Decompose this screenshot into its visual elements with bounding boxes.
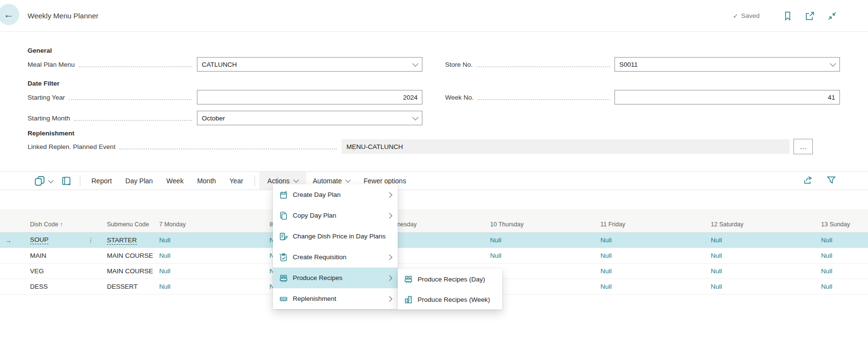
open-in-new-window-icon[interactable] [805,11,815,21]
copy-day-plan-icon [279,211,288,220]
table-row[interactable]: MAIN MAIN COURSE Null Null Null Null Nul… [0,248,868,264]
submenu-code-cell[interactable]: MAIN COURSE [102,267,154,275]
chevron-right-icon [387,254,392,260]
share-icon[interactable] [803,175,813,187]
day-cell-thursday[interactable]: Null [485,237,595,244]
action-bar: Report Day Plan Week Month Year Actions … [0,171,868,190]
day-cell-monday[interactable]: Null [154,283,264,290]
toolbar-divider [254,176,255,186]
menu-item-create-day-plan[interactable]: Create Day Plan [273,184,398,205]
chevron-down-icon [293,177,299,182]
toolbar-divider [80,176,80,186]
menu-item-copy-day-plan[interactable]: Copy Day Plan [273,205,398,226]
chevron-down-icon[interactable] [412,60,419,67]
day-cell-monday[interactable]: Null [154,267,264,275]
bookmark-icon[interactable] [783,11,793,21]
actions-dropdown-menu: Create Day Plan Copy Day Plan Change Dis… [273,184,398,309]
selected-row-arrow-icon: → [0,237,19,244]
day-cell-friday[interactable]: Null [595,252,705,259]
week-no-input[interactable]: 41 [614,90,840,104]
page-header: ← Weekly Menu Planner ✓ Saved [0,0,868,32]
filter-icon[interactable] [826,175,836,187]
dotted-leader [477,66,610,67]
dotted-leader [69,99,192,100]
menu-item-produce-recipes[interactable]: Produce Recipes [273,267,398,288]
day-cell-friday[interactable]: Null [595,267,705,275]
dish-code-cell[interactable]: SOUP [30,236,48,244]
replenishment-icon [279,295,288,303]
column-header-monday[interactable]: 7 Monday [154,221,264,232]
chevron-right-icon [387,192,392,197]
day-cell-sunday[interactable]: Null [816,252,868,259]
submenu-item-produce-recipes-day[interactable]: Produce Recipes (Day) [398,269,502,289]
toolbar-year[interactable]: Year [223,172,250,190]
meal-plan-menu-label: Meal Plan Menu [28,61,75,68]
chevron-down-icon [48,178,53,183]
day-cell-saturday[interactable]: Null [705,283,816,290]
field-meal-plan-menu: Meal Plan Menu CATLUNCH [28,57,422,72]
toolbar-month[interactable]: Month [190,172,223,190]
assist-edit-button[interactable]: … [793,139,813,154]
sort-ascending-icon: ↑ [60,221,63,228]
toolbar-report[interactable]: Report [85,172,119,190]
column-header-submenu-code[interactable]: Submenu Code [102,221,154,232]
day-cell-friday[interactable]: Null [595,237,705,244]
starting-year-label: Starting Year [28,94,65,101]
collapse-icon[interactable] [827,11,837,21]
day-cell-saturday[interactable]: Null [705,237,816,244]
dotted-leader [478,99,610,100]
day-cell-monday[interactable]: Null [154,237,264,244]
page-title: Weekly Menu Planner [28,12,98,20]
week-no-label: Week No. [445,94,474,101]
menu-item-replenishment[interactable]: Replenishment [273,288,398,309]
store-no-input[interactable]: S0011 [614,57,840,72]
column-header-dish-code[interactable]: Dish Code ↑ [19,221,102,232]
toolbar-day-plan[interactable]: Day Plan [119,172,160,190]
day-cell-friday[interactable]: Null [595,283,705,290]
submenu-code-cell[interactable]: DESSERT [102,283,154,290]
table-row[interactable]: → SOUP ⋮ STARTER Null Null Null Null Nul… [0,233,868,248]
starting-month-label: Starting Month [28,115,70,122]
chevron-right-icon [387,296,392,301]
chevron-right-icon [387,213,392,218]
day-cell-thursday[interactable]: Null [485,252,595,259]
produce-recipes-day-icon [404,275,413,283]
analyze-button[interactable] [57,172,75,190]
day-cell-saturday[interactable]: Null [705,267,816,275]
day-cell-sunday[interactable]: Null [816,237,868,244]
section-heading-replenishment: Replenishment [28,130,840,137]
column-header-friday[interactable]: 11 Friday [595,221,705,232]
submenu-code-cell[interactable]: STARTER [107,237,137,245]
dish-code-cell[interactable]: VEG [19,267,102,275]
starting-month-input[interactable]: October [197,111,422,125]
toolbar-week[interactable]: Week [160,172,191,190]
submenu-code-cell[interactable]: MAIN COURSE [102,252,154,259]
row-more-options-icon[interactable]: ⋮ [88,237,94,244]
meal-plan-menu-input[interactable]: CATLUNCH [197,57,422,72]
produce-recipes-week-icon [404,295,413,304]
chevron-down-icon[interactable] [412,114,419,120]
column-header-thursday[interactable]: 10 Thursday [485,221,595,232]
switch-view-button[interactable] [30,172,57,190]
weekly-menu-planner-page: ← Weekly Menu Planner ✓ Saved General Me… [0,0,868,295]
menu-item-create-requisition[interactable]: Create Requisition [273,247,398,267]
menu-item-change-dish-price[interactable]: Change Dish Price in Day Plans [273,226,398,247]
starting-year-input[interactable]: 2024 [197,90,422,104]
check-icon: ✓ [733,12,738,20]
day-cell-saturday[interactable]: Null [705,252,816,259]
dotted-leader [120,148,337,149]
dish-code-cell[interactable]: MAIN [19,252,102,259]
back-button[interactable]: ← [0,4,19,25]
change-dish-price-icon [279,232,288,241]
column-header-saturday[interactable]: 12 Saturday [705,221,816,232]
ellipsis-icon: … [800,144,807,149]
field-starting-month: Starting Month October [28,110,422,126]
day-cell-monday[interactable]: Null [154,252,264,259]
column-header-sunday[interactable]: 13 Sunday [816,221,868,232]
day-cell-sunday[interactable]: Null [816,283,868,290]
dish-code-cell[interactable]: DESS [19,283,102,290]
day-cell-sunday[interactable]: Null [816,267,868,275]
chevron-down-icon[interactable] [830,60,836,67]
submenu-item-produce-recipes-week[interactable]: Produce Recipes (Week) [398,289,502,310]
linked-replen-input[interactable]: MENU-CATLUNCH [342,139,790,154]
